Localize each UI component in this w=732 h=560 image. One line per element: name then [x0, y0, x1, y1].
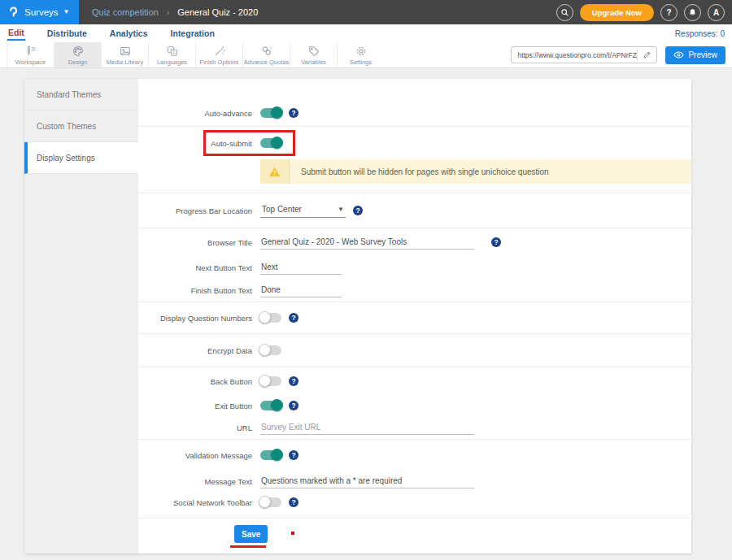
questionpro-logo-icon: [7, 6, 20, 19]
survey-nav: Edit Distribute Analytics Integration Re…: [0, 24, 732, 42]
next-button-text-input[interactable]: [260, 261, 342, 275]
display-question-numbers-help-icon[interactable]: ?: [289, 313, 298, 323]
social-network-toolbar-help-icon[interactable]: ?: [289, 497, 298, 507]
display-settings-card: Standard Themes Custom Themes Display Se…: [24, 79, 691, 553]
back-button-label: Back Button: [138, 377, 252, 386]
finish-button-text-row: Finish Button Text: [138, 279, 691, 302]
search-button[interactable]: [556, 4, 573, 21]
page-background: Standard Themes Custom Themes Display Se…: [0, 68, 732, 560]
progress-bar-location-label: Progress Bar Location: [138, 206, 252, 215]
workspace-icon: [24, 45, 37, 58]
surveys-menu[interactable]: Surveys ▼: [0, 0, 79, 24]
select-caret-icon: ▼: [338, 206, 344, 213]
breadcrumb-folder[interactable]: Quiz competition: [92, 7, 159, 17]
survey-url-box: [511, 46, 657, 63]
tool-finish-options[interactable]: Finish Options: [195, 42, 242, 67]
exit-url-input[interactable]: [260, 421, 474, 435]
nav-integration[interactable]: Integration: [170, 28, 216, 40]
display-question-numbers-toggle[interactable]: [260, 313, 281, 323]
tool-languages[interactable]: xA Languages: [148, 42, 195, 67]
warning-text: Submit button will be hidden for pages w…: [290, 159, 691, 184]
validation-message-label: Validation Message: [138, 451, 252, 460]
back-button-help-icon[interactable]: ?: [289, 376, 298, 386]
tool-variables[interactable]: Variables: [290, 42, 337, 67]
progress-bar-location-row: Progress Bar Location Top Center ▼ ?: [138, 193, 691, 228]
auto-advance-toggle[interactable]: [260, 108, 281, 118]
languages-icon: xA: [166, 45, 179, 58]
validation-message-help-icon[interactable]: ?: [289, 450, 298, 460]
back-button-toggle[interactable]: [260, 376, 281, 386]
browser-title-help-icon[interactable]: ?: [491, 237, 501, 247]
tool-media-library[interactable]: Media Library: [101, 42, 148, 67]
display-question-numbers-label: Display Question Numbers: [138, 314, 252, 323]
auto-submit-label: Auto-submit: [138, 139, 252, 148]
preview-button[interactable]: Preview: [665, 46, 725, 64]
exit-button-row: Exit Button ?: [138, 395, 691, 416]
exit-url-label: URL: [138, 423, 252, 432]
encrypt-data-toggle[interactable]: [260, 345, 281, 355]
next-button-text-row: Next Button Text: [138, 256, 691, 279]
responses-count[interactable]: Responses: 0: [675, 29, 725, 38]
breadcrumb-separator-icon: ›: [167, 8, 169, 17]
next-button-text-label: Next Button Text: [138, 263, 252, 272]
save-button[interactable]: Save: [234, 525, 268, 543]
nav-edit[interactable]: Edit: [7, 27, 25, 41]
sidebar-item-display-settings[interactable]: Display Settings: [24, 142, 138, 174]
validation-message-toggle[interactable]: [260, 450, 281, 460]
tool-settings[interactable]: Settings: [337, 42, 384, 67]
top-bar: Surveys ▼ Quiz competition › General Qui…: [0, 0, 732, 24]
finish-button-text-input[interactable]: [260, 284, 342, 297]
auto-advance-row: Auto-advance ?: [138, 102, 691, 124]
social-network-toolbar-toggle[interactable]: [260, 497, 281, 507]
message-text-input[interactable]: [260, 475, 474, 488]
exit-button-toggle[interactable]: [260, 401, 281, 410]
media-library-icon: [119, 45, 132, 58]
avatar[interactable]: A: [708, 4, 725, 21]
edit-url-button[interactable]: [637, 49, 656, 61]
auto-advance-help-icon[interactable]: ?: [289, 108, 298, 118]
tool-design[interactable]: Design: [54, 42, 101, 67]
help-button[interactable]: ?: [660, 4, 678, 21]
edit-toolbar: Workspace Design Media Library xA Langua…: [0, 42, 732, 68]
message-text-row: Message Text: [138, 471, 691, 492]
search-icon: [560, 8, 569, 17]
advance-quotas-chain-icon: [260, 45, 273, 58]
auto-submit-row: Auto-submit: [138, 127, 691, 159]
notifications-button[interactable]: [684, 4, 701, 21]
breadcrumb-survey-title: General Quiz - 2020: [177, 7, 258, 17]
browser-title-row: Browser Title ?: [138, 228, 691, 256]
nav-distribute[interactable]: Distribute: [46, 28, 88, 40]
warning-triangle-icon: [268, 167, 281, 177]
social-network-toolbar-label: Social Network Toolbar: [138, 498, 252, 507]
eye-icon: [673, 50, 684, 59]
product-name: Surveys: [24, 7, 59, 17]
warning-icon-cell: [260, 159, 290, 184]
exit-url-row: URL: [138, 416, 691, 439]
sidebar-item-custom-themes[interactable]: Custom Themes: [24, 111, 138, 142]
pencil-icon: [643, 50, 651, 59]
progress-bar-location-select[interactable]: Top Center ▼: [260, 203, 346, 218]
survey-url-input[interactable]: [517, 51, 637, 59]
back-button-row: Back Button ?: [138, 367, 691, 395]
display-question-numbers-row: Display Question Numbers ?: [138, 302, 691, 333]
browser-title-input[interactable]: [260, 236, 474, 250]
topbar-actions: Upgrade Now ? A: [556, 4, 732, 21]
social-network-toolbar-row: Social Network Toolbar ?: [138, 492, 691, 513]
tool-advance-quotas[interactable]: Advance Quotas: [242, 42, 290, 67]
design-sidebar: Standard Themes Custom Themes Display Se…: [24, 79, 138, 553]
tool-workspace[interactable]: Workspace: [7, 42, 54, 67]
design-palette-icon: [72, 45, 85, 58]
validation-message-row: Validation Message ?: [138, 440, 691, 471]
sidebar-item-standard-themes[interactable]: Standard Themes: [24, 79, 138, 111]
finish-options-wand-icon: [213, 45, 226, 58]
progress-bar-help-icon[interactable]: ?: [353, 206, 363, 215]
annotation-dot: [291, 532, 294, 535]
auto-submit-toggle[interactable]: [260, 138, 281, 148]
auto-submit-warning: Submit button will be hidden for pages w…: [260, 159, 691, 184]
exit-button-help-icon[interactable]: ?: [289, 401, 298, 410]
finish-button-text-label: Finish Button Text: [138, 286, 252, 295]
nav-analytics[interactable]: Analytics: [109, 28, 149, 40]
variables-tag-icon: [307, 45, 320, 58]
upgrade-now-button[interactable]: Upgrade Now: [580, 4, 654, 21]
svg-text:A: A: [172, 50, 176, 54]
